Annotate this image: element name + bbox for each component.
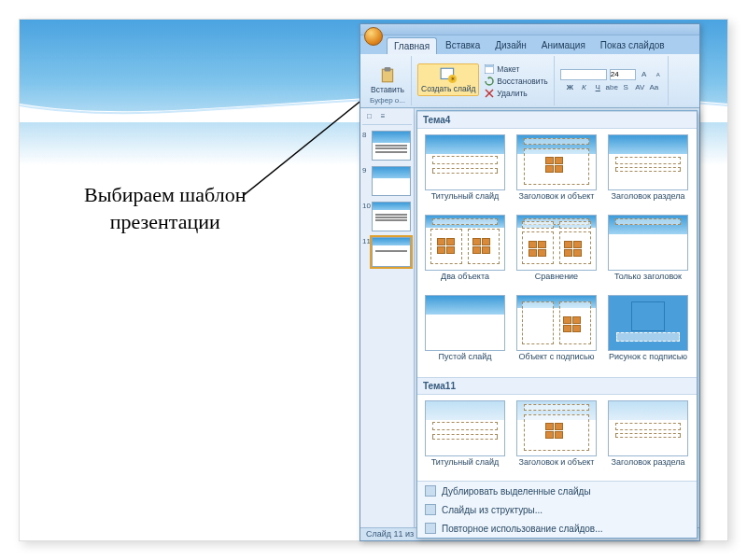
ribbon-tabs: Главная Вставка Дизайн Анимация Показ сл… [360, 35, 699, 54]
delete-button[interactable]: Удалить [483, 88, 549, 99]
layout-comparison[interactable]: Сравнение [511, 213, 602, 293]
paste-button[interactable]: Вставить [368, 65, 407, 96]
reset-button[interactable]: Восстановить [483, 76, 549, 87]
slide-thumb-8[interactable] [372, 131, 411, 161]
thumb-number: 11 [362, 237, 370, 245]
ribbon-group-slides: ✶ Создать слайд Макет Восстановить Удали… [414, 56, 555, 105]
slides-from-outline-item[interactable]: Слайды из структуры... [417, 500, 697, 519]
layout-picture-caption[interactable]: Рисунок с подписью [602, 293, 694, 373]
layout-content-caption[interactable]: Объект с подписью [511, 293, 602, 373]
annotation-line1: Выбираем шаблон [84, 182, 246, 209]
ribbon-group-clipboard: Вставить Буфер о... [364, 56, 412, 105]
font-family-input[interactable] [560, 69, 607, 80]
layout-two-content-t11[interactable] [419, 479, 511, 481]
layout-comparison-t11[interactable] [511, 479, 602, 481]
layout-label: Заголовок раздела [610, 190, 687, 211]
layout-label: Титульный слайд [430, 190, 501, 211]
layout-label: Только заголовок [613, 271, 684, 291]
shrink-font-button[interactable]: A [653, 69, 664, 80]
layout-title-slide-t11[interactable]: Титульный слайд [419, 399, 511, 479]
layout-label: Два объекта [439, 271, 491, 291]
layout-label: Сравнение [533, 271, 580, 291]
thumbs-tab-outline[interactable]: ≡ [378, 111, 388, 121]
delete-icon [485, 89, 494, 98]
paste-label: Вставить [371, 85, 404, 94]
delete-label: Удалить [497, 89, 527, 98]
layout-title-content-t11[interactable]: Заголовок и объект [511, 399, 602, 479]
duplicate-label: Дублировать выделенные слайды [442, 486, 591, 497]
reset-label: Восстановить [497, 77, 547, 86]
layout-title-slide[interactable]: Титульный слайд [419, 133, 511, 213]
layout-label: Титульный слайд [430, 456, 501, 477]
slide-thumb-9[interactable]: Создание пр [372, 166, 411, 196]
reuse-icon [425, 523, 436, 534]
paste-icon [379, 67, 396, 84]
layout-title-content[interactable]: Заголовок и объект [511, 133, 602, 213]
reuse-label: Повторное использование слайдов... [442, 524, 603, 534]
ribbon-group-font: A A Ж К Ч abe S AV Aa [557, 56, 669, 105]
layout-label: Макет [497, 64, 519, 74]
layout-title-only[interactable]: Только заголовок [602, 213, 694, 293]
italic-button[interactable]: К [578, 82, 589, 93]
tab-animation[interactable]: Анимация [535, 37, 592, 54]
new-slide-label: Создать слайд [421, 84, 475, 93]
font-size-input[interactable] [610, 69, 636, 80]
strike-button[interactable]: abe [606, 82, 617, 93]
tab-slideshow[interactable]: Показ слайдов [594, 37, 671, 54]
clipboard-group-label: Буфер о... [370, 96, 405, 105]
new-slide-gallery-dropdown: Тема4 Титульный слайд Заголовок и объект… [416, 110, 698, 539]
annotation-text: Выбираем шаблон презентации [84, 182, 246, 235]
layout-button[interactable]: Макет [483, 63, 549, 75]
layout-icon [485, 64, 494, 74]
thumb-number: 9 [362, 166, 370, 175]
gallery-footer: Дублировать выделенные слайды Слайды из … [417, 481, 697, 538]
window-titlebar [360, 24, 699, 35]
thumb-number: 8 [362, 131, 370, 139]
annotation-line2: презентации [84, 209, 246, 236]
layout-blank[interactable]: Пустой слайд [419, 293, 511, 373]
slide-thumb-11[interactable] [372, 237, 411, 267]
outline-icon [425, 504, 436, 515]
layout-label: Заголовок и объект [517, 190, 597, 211]
office-button[interactable] [364, 27, 383, 46]
layout-label: Рисунок с подписью [607, 351, 689, 371]
layout-label: Заголовок раздела [610, 456, 687, 477]
layout-label: Заголовок и объект [517, 456, 597, 477]
gallery-theme-header-2: Тема11 [417, 377, 697, 395]
grow-font-button[interactable]: A [639, 69, 650, 80]
gallery-theme-header: Тема4 [417, 111, 697, 129]
duplicate-slides-item[interactable]: Дублировать выделенные слайды [417, 482, 697, 500]
layout-section-header-t11[interactable]: Заголовок раздела [602, 399, 694, 479]
duplicate-icon [425, 485, 436, 497]
outline-label: Слайды из структуры... [442, 505, 543, 515]
case-button[interactable]: Aa [648, 82, 659, 93]
reset-icon [485, 77, 494, 86]
shadow-button[interactable]: S [620, 82, 631, 93]
new-slide-button[interactable]: ✶ Создать слайд [417, 63, 479, 96]
underline-button[interactable]: Ч [592, 82, 603, 93]
new-slide-icon: ✶ [440, 66, 457, 83]
layout-title-only-t11[interactable] [602, 479, 694, 481]
spacing-button[interactable]: AV [634, 82, 645, 93]
layout-section-header[interactable]: Заголовок раздела [602, 133, 694, 213]
tab-home[interactable]: Главная [387, 37, 437, 54]
powerpoint-window: Главная Вставка Дизайн Анимация Показ сл… [359, 23, 700, 541]
thumbs-tab-slides[interactable]: □ [364, 111, 374, 121]
bold-button[interactable]: Ж [564, 82, 575, 93]
layout-label: Объект с подписью [517, 351, 597, 371]
gallery-scroll-area[interactable]: Тема4 Титульный слайд Заголовок и объект… [417, 111, 697, 481]
tab-insert[interactable]: Вставка [439, 37, 486, 54]
layout-label: Пустой слайд [437, 351, 494, 371]
layout-two-content[interactable]: Два объекта [419, 213, 511, 293]
svg-rect-8 [486, 65, 493, 67]
thumb-number: 10 [362, 202, 370, 210]
reuse-slides-item[interactable]: Повторное использование слайдов... [417, 519, 697, 538]
svg-text:✶: ✶ [450, 75, 456, 81]
svg-rect-3 [385, 67, 391, 72]
tab-design[interactable]: Дизайн [488, 37, 533, 54]
slide-thumbnails-panel: □ ≡ 8 9 Создание пр 10 11 [360, 108, 415, 527]
svg-marker-9 [487, 77, 489, 79]
ribbon: Вставить Буфер о... ✶ Создать слайд Маке… [360, 54, 699, 108]
slide-thumb-10[interactable] [372, 202, 411, 231]
